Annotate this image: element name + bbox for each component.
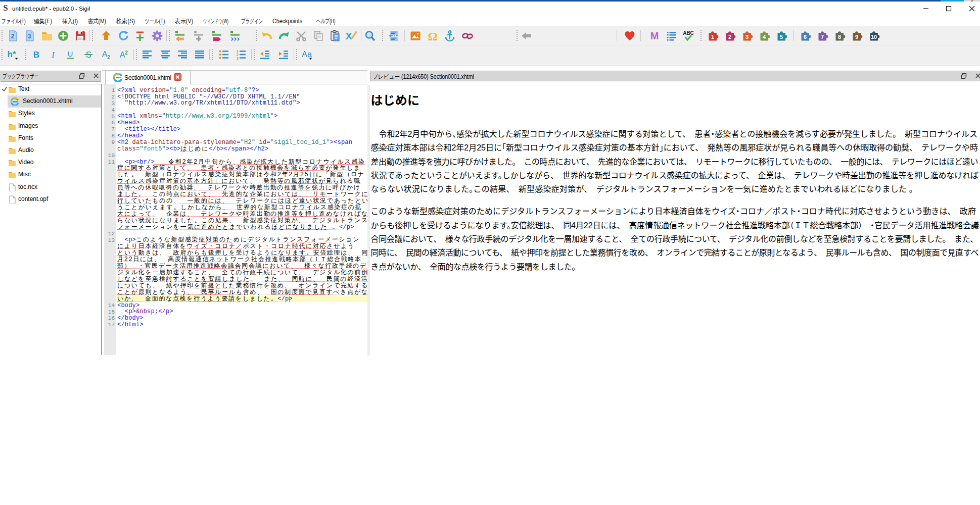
svg-text:A: A [120,50,125,59]
svg-text:1: 1 [237,49,239,53]
svg-text:3: 3 [745,34,749,40]
svg-text:5: 5 [780,34,783,40]
svg-text:3: 3 [28,33,31,40]
svg-text:2: 2 [237,53,239,57]
svg-text:9: 9 [855,34,858,40]
svg-text:ABC: ABC [683,30,694,36]
svg-text:3: 3 [237,57,239,60]
svg-text:6: 6 [804,34,807,40]
svg-text:2: 2 [11,33,15,40]
svg-text:2: 2 [728,34,731,40]
svg-text:A: A [102,50,108,59]
svg-text:Ω: Ω [428,30,437,42]
svg-text:h*: h* [8,49,16,59]
svg-text:M: M [650,30,659,41]
svg-text:8: 8 [838,34,841,40]
svg-text:4: 4 [763,34,766,40]
svg-text:10: 10 [871,34,877,40]
svg-text:I: I [51,50,55,60]
svg-text:Aa: Aa [302,50,312,59]
svg-text:7: 7 [821,34,824,40]
svg-text:2: 2 [125,50,128,56]
svg-text:X: X [346,31,352,41]
svg-text:2: 2 [107,55,110,60]
svg-text:1: 1 [711,34,714,40]
svg-text:B: B [33,50,39,60]
svg-text:U: U [68,49,73,58]
